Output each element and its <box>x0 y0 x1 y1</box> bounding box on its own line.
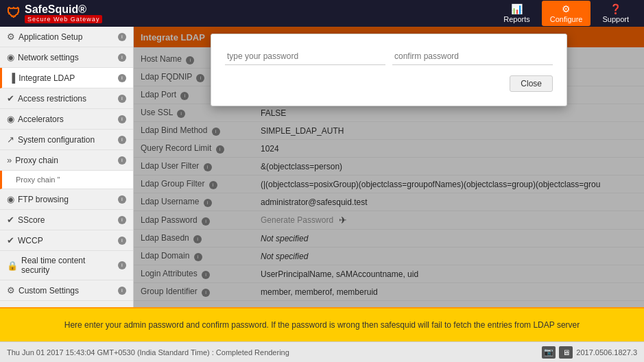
ftp-browsing-info-icon: i <box>118 195 126 204</box>
sidebar-label-access-restrictions: Access restrictions <box>18 94 112 104</box>
sidebar-label-application-setup: Application Setup <box>19 32 112 42</box>
custom-settings-info-icon: i <box>118 287 126 295</box>
content-area: Integrate LDAP Host Name i Not specified… <box>134 27 644 307</box>
sidebar-label-integrate-ldap: Integrate LDAP <box>19 73 112 83</box>
sidebar-label-system-configuration: System configuration <box>18 135 112 145</box>
real-time-icon: 🔒 <box>7 261 18 271</box>
system-configuration-icon: ↗ <box>7 134 14 145</box>
sidebar-label-restriction-policies: Restriction Policies <box>19 306 112 308</box>
sidebar-item-integrate-ldap[interactable]: ▐ Integrate LDAP i <box>0 68 133 88</box>
status-icon-display[interactable]: 🖥 <box>559 346 573 359</box>
status-icon-camera[interactable]: 📷 <box>542 346 556 359</box>
logo: 🛡 SafeSquid® Secure Web Gateway <box>7 4 102 23</box>
sidebar-label-network-settings: Network settings <box>18 53 112 62</box>
configure-icon: ⚙ <box>562 3 571 14</box>
custom-settings-icon: ⚙ <box>7 285 15 295</box>
restriction-policies-icon: 🛡 <box>7 306 16 307</box>
proxy-chain-info-icon: i <box>118 156 126 165</box>
sscore-icon: ✔ <box>7 215 14 225</box>
application-setup-icon: ⚙ <box>7 32 15 42</box>
sidebar-label-custom-settings: Custom Settings <box>19 286 112 295</box>
sidebar-item-proxy-chain[interactable]: » Proxy chain i <box>0 150 133 171</box>
logo-text: SafeSquid® Secure Web Gateway <box>25 4 102 23</box>
sidebar-label-sscore: SScore <box>18 215 112 225</box>
proxy-chain-icon: » <box>7 155 12 165</box>
header-nav: 📊 Reports ⚙ Configure ❓ Support <box>495 1 637 26</box>
modal-inputs <box>225 48 553 65</box>
network-settings-info-icon: i <box>118 53 126 62</box>
modal-overlay: Close <box>134 27 644 307</box>
wccp-info-icon: i <box>118 237 126 245</box>
modal-close-button[interactable]: Close <box>510 75 553 92</box>
tooltip-text: Here enter your admin password and confi… <box>64 319 580 331</box>
nav-configure[interactable]: ⚙ Configure <box>542 1 591 26</box>
sidebar-label-proxy-chain-sub: Proxy chain " <box>16 176 126 184</box>
sidebar-label-ftp-browsing: FTP browsing <box>18 195 112 204</box>
application-setup-info-icon: i <box>118 33 126 41</box>
sidebar-item-access-restrictions[interactable]: ✔ Access restrictions i <box>0 88 133 109</box>
nav-reports[interactable]: 📊 Reports <box>495 1 538 26</box>
sidebar-item-network-settings[interactable]: ◉ Network settings i <box>0 47 133 68</box>
main-layout: ⚙ Application Setup i ◉ Network settings… <box>0 27 644 307</box>
confirm-password-input[interactable] <box>392 48 553 65</box>
status-version: 2017.0506.1827.3 <box>576 348 637 357</box>
sidebar-item-real-time-content-security[interactable]: 🔒 Real time content security i <box>0 251 133 280</box>
sidebar-label-accelerators: Accelerators <box>18 114 112 124</box>
nav-configure-label: Configure <box>550 15 583 23</box>
access-restrictions-icon: ✔ <box>7 93 14 104</box>
sidebar-item-ftp-browsing[interactable]: ◉ FTP browsing i <box>0 189 133 210</box>
status-text: Thu Jun 01 2017 15:43:04 GMT+0530 (India… <box>7 348 289 357</box>
ftp-browsing-icon: ◉ <box>7 194 14 204</box>
sidebar-label-real-time: Real time content security <box>21 256 112 275</box>
status-icons: 📷 🖥 2017.0506.1827.3 <box>542 346 637 359</box>
nav-support[interactable]: ❓ Support <box>594 1 637 26</box>
sidebar-item-proxy-chain-sub[interactable]: Proxy chain " <box>0 171 133 189</box>
accelerators-info-icon: i <box>118 115 126 123</box>
sidebar-label-wccp: WCCP <box>18 236 112 245</box>
password-modal: Close <box>211 34 567 106</box>
wccp-icon: ✔ <box>7 235 14 245</box>
sscore-info-icon: i <box>118 216 126 224</box>
reports-icon: 📊 <box>511 3 523 14</box>
integrate-ldap-info-icon: i <box>118 74 126 82</box>
sidebar-item-restriction-policies[interactable]: 🛡 Restriction Policies i <box>0 301 133 307</box>
tooltip-bar: Here enter your admin password and confi… <box>0 307 644 341</box>
real-time-info-icon: i <box>118 261 126 269</box>
logo-icon: 🛡 <box>7 5 21 21</box>
network-settings-icon: ◉ <box>7 52 14 62</box>
sidebar: ⚙ Application Setup i ◉ Network settings… <box>0 27 134 307</box>
modal-footer: Close <box>225 75 553 92</box>
nav-reports-label: Reports <box>503 15 530 23</box>
sidebar-item-custom-settings[interactable]: ⚙ Custom Settings i <box>0 280 133 301</box>
nav-support-label: Support <box>602 15 629 23</box>
sidebar-item-application-setup[interactable]: ⚙ Application Setup i <box>0 27 133 47</box>
sidebar-item-sscore[interactable]: ✔ SScore i <box>0 210 133 230</box>
access-restrictions-info-icon: i <box>118 95 126 103</box>
restriction-policies-info-icon: i <box>118 307 126 308</box>
sidebar-label-proxy-chain: Proxy chain <box>15 156 112 165</box>
accelerators-icon: ◉ <box>7 114 14 124</box>
support-icon: ❓ <box>610 3 621 14</box>
sidebar-item-accelerators[interactable]: ◉ Accelerators i <box>0 109 133 130</box>
logo-subtitle: Secure Web Gateway <box>25 15 102 23</box>
header: 🛡 SafeSquid® Secure Web Gateway 📊 Report… <box>0 0 644 27</box>
sidebar-item-system-configuration[interactable]: ↗ System configuration i <box>0 130 133 150</box>
integrate-ldap-icon: ▐ <box>9 73 15 83</box>
password-input[interactable] <box>225 48 385 65</box>
logo-title: SafeSquid® <box>25 4 102 15</box>
system-configuration-info-icon: i <box>118 136 126 144</box>
status-bar: Thu Jun 01 2017 15:43:04 GMT+0530 (India… <box>0 341 644 362</box>
sidebar-item-wccp[interactable]: ✔ WCCP i <box>0 230 133 251</box>
